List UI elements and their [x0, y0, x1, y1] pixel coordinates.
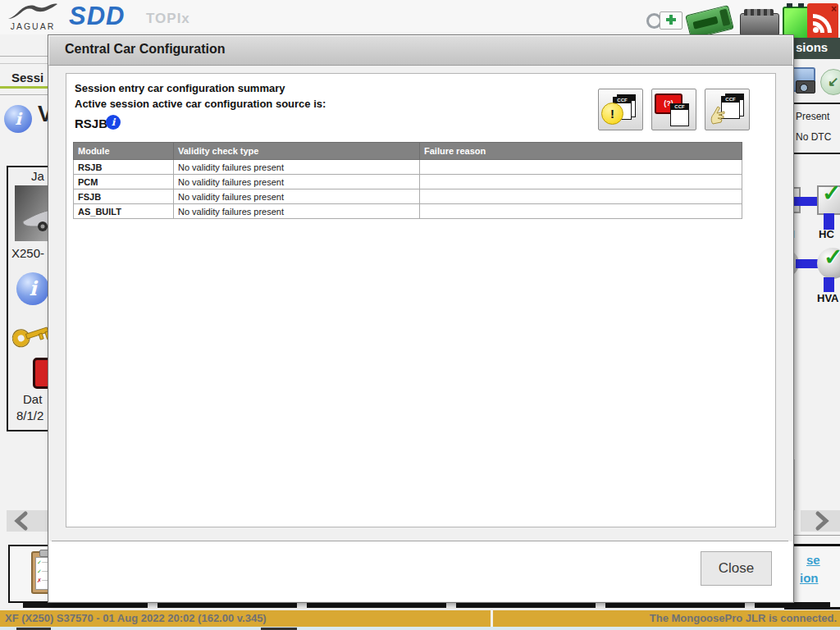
table-row: RSJB No validity failures present [74, 160, 742, 175]
rss-close-icon[interactable]: × [831, 3, 837, 15]
col-failure: Failure reason [420, 143, 742, 160]
divider [0, 63, 48, 64]
active-tab-underline [0, 86, 48, 89]
chevron-left-icon[interactable] [11, 510, 33, 532]
camera-icon[interactable] [796, 80, 815, 94]
vehicle-make-label: Ja [31, 169, 44, 183]
cell-module: FSJB [74, 189, 174, 204]
cell-validity: No validity failures present [174, 204, 420, 219]
summary-heading: Session entry car configuration summary [75, 82, 285, 94]
info-icon[interactable]: i [4, 105, 32, 133]
cell-failure [420, 204, 742, 219]
module-label-hc: HC [819, 228, 834, 240]
cell-validity: No validity failures present [174, 189, 420, 204]
cell-module: PCM [74, 175, 174, 189]
jaguar-leaper-icon [7, 2, 59, 21]
dialog-title: Central Car Configuration [65, 42, 226, 57]
table-row: FSJB No validity failures present [74, 189, 742, 204]
module-label-hva: HVA [817, 292, 838, 304]
dialog-footer [49, 541, 792, 601]
pointing-hand-icon [707, 104, 727, 126]
warning-icon: ! [601, 103, 623, 125]
col-module: Module [74, 143, 174, 160]
cell-validity: No validity failures present [174, 160, 420, 175]
ccf-doc-label: CCF [671, 104, 688, 110]
divider [794, 459, 795, 510]
cell-module: RSJB [74, 160, 174, 175]
sdd-logo: SDD [69, 2, 125, 31]
validity-table: Module Validity check type Failure reaso… [73, 142, 742, 219]
footer-separator [52, 541, 788, 541]
network-bus [796, 259, 819, 268]
tab-session[interactable]: Sessi [11, 71, 43, 84]
source-label: Active session active car configuration … [75, 98, 326, 110]
central-car-configuration-dialog: Central Car Configuration Session entry … [48, 34, 794, 603]
bottom-tab-edge [158, 602, 297, 608]
bottom-tab-edge [605, 602, 745, 608]
col-validity: Validity check type [174, 143, 420, 160]
close-button[interactable]: Close [701, 551, 772, 586]
table-row: AS_BUILT No validity failures present [74, 204, 742, 219]
cell-module: AS_BUILT [74, 204, 174, 219]
rss-alert-icon[interactable]: × [807, 3, 838, 39]
cell-failure [420, 175, 742, 189]
close-session-link-line1[interactable]: se [806, 553, 820, 567]
cell-validity: No validity failures present [174, 175, 420, 189]
dialog-titlebar: Central Car Configuration [48, 35, 793, 66]
dtc-status-line2: No DTC [796, 131, 831, 143]
scroll-right-track[interactable] [801, 510, 840, 532]
table-row: PCM No validity failures present [74, 175, 742, 189]
chevron-right-icon[interactable] [810, 510, 832, 532]
close-session-link-line2[interactable]: ion [800, 571, 819, 585]
bottom-strip [0, 627, 840, 630]
network-bus [824, 277, 834, 292]
divider [0, 94, 48, 95]
app-header: JAGUAR SDD TOPIx × [0, 0, 840, 34]
vehicle-model-label: X250- [11, 246, 44, 260]
sdd-application: { "colors": { "accent_yellow": "#D9A833"… [0, 0, 840, 630]
check-icon: ✓ [822, 182, 840, 205]
statusbar-vehicle: XF (X250) S37570 - 01 Aug 2022 20:02 (16… [0, 610, 491, 627]
cell-failure [420, 189, 742, 204]
topix-logo: TOPIx [146, 11, 190, 27]
ccf-select-button[interactable]: CCF [705, 89, 750, 130]
network-bus [824, 213, 834, 230]
table-header-row: Module Validity check type Failure reaso… [74, 143, 742, 160]
bottom-tab-edge [307, 602, 446, 608]
first-aid-kit-icon[interactable] [660, 11, 682, 30]
bottom-tab-edge [456, 602, 596, 608]
bottom-tab-edge [755, 602, 830, 608]
printer-icon[interactable] [740, 13, 779, 36]
dtc-status-line1: Present [796, 111, 829, 122]
ccf-warning-button[interactable]: CCF ! [598, 89, 643, 130]
info-icon[interactable]: i [16, 272, 49, 305]
network-bus [794, 197, 819, 206]
divider [792, 535, 840, 536]
cell-failure [420, 160, 742, 175]
ccf-error-button[interactable]: (?) CCF [651, 89, 696, 130]
divider [0, 56, 48, 57]
source-value: RSJB [75, 116, 107, 130]
info-icon[interactable]: i [106, 115, 121, 130]
dtc-status-box: Present No DTC [789, 103, 840, 154]
vehicle-data-label: Dat [23, 392, 42, 406]
bottom-tab-edge [23, 602, 148, 608]
check-icon: ✓ [824, 246, 840, 269]
import-arrow-icon[interactable]: ↙ [820, 69, 840, 95]
ccf-doc-label: CCF [722, 97, 739, 103]
statusbar-connection: The MongoosePro JLR is connected. [493, 610, 840, 627]
jaguar-logo-text: JAGUAR [5, 21, 61, 31]
vehicle-date-label: 8/1/2 [16, 409, 43, 422]
